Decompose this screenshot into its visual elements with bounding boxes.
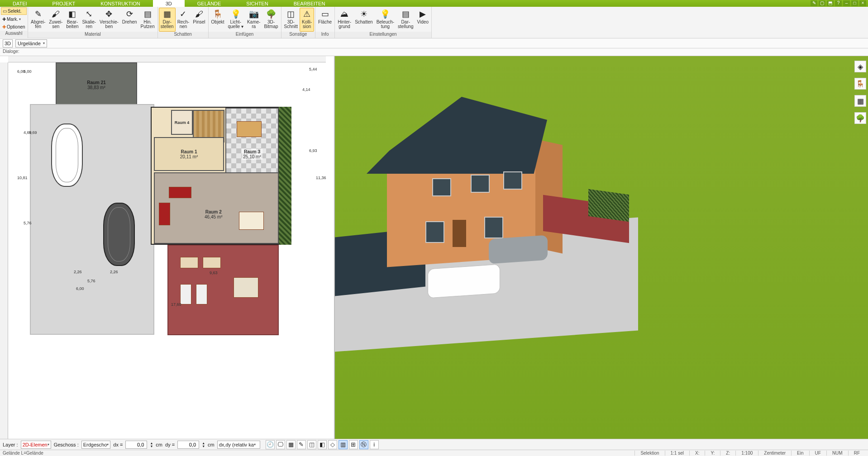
ribbon-pinsel[interactable]: 🖌Pinsel (191, 8, 207, 32)
ribbon-drehen[interactable]: ⟳Drehen (120, 8, 139, 32)
layer-select[interactable]: 2D-Elemen ▾ (21, 441, 51, 449)
ribbon-darstellen[interactable]: ▦Dar- stellen (159, 8, 176, 32)
2d-view-pane[interactable]: Raum 21 38,83 m² Raum 4 Raum 1 20,11 m² … (0, 56, 335, 439)
materials-icon[interactable]: ▦ (854, 95, 866, 107)
ribbon-hinputzen[interactable]: ▤Hin. Putzen (139, 8, 157, 32)
ribbon-group-schatten: ▦Dar- stellen✓Rech- nen🖌PinselSchatten (158, 7, 209, 38)
control-icon-8[interactable]: ⊞ (349, 440, 358, 449)
plants-icon[interactable]: 🌳 (854, 112, 866, 124)
group-title: Schatten (158, 32, 208, 38)
dx-label: dx = (113, 442, 123, 447)
view-mode-box[interactable]: 3D (3, 39, 13, 48)
ruler-left (0, 62, 8, 439)
status-unit: Zentimeter (758, 451, 791, 456)
control-icon-4[interactable]: ◫ (307, 440, 316, 449)
driveway-area (30, 104, 154, 335)
tool-icon[interactable]: ⬒ (827, 0, 834, 6)
car-white-3d (428, 264, 500, 298)
ribbon-3d-schnitt[interactable]: ◫3D- Schnitt (282, 8, 300, 32)
mark-button[interactable]: ✚Mark.▾ (1, 15, 27, 23)
darstellen-label: Dar- stellen (161, 20, 174, 29)
ribbon-hintergrund[interactable]: ⛰Hinter- grund (336, 8, 353, 32)
ribbon-kollision[interactable]: ⚠Kolli- sion (300, 8, 314, 32)
tab-projekt[interactable]: PROJEKT (40, 0, 88, 7)
tab-datei[interactable]: DATEI (0, 0, 40, 7)
status-left: Gelände L=Gelände (3, 451, 43, 456)
control-icon-10[interactable]: i (370, 440, 379, 449)
tab-sichten[interactable]: SICHTEN (234, 0, 281, 7)
dx-input[interactable] (125, 441, 147, 449)
ribbon-flaeche[interactable]: ▭Fläche (316, 8, 334, 32)
help-icon[interactable]: ? (835, 0, 842, 6)
maximize-icon[interactable]: □ (851, 0, 858, 6)
group-title: Einfügen (209, 32, 281, 38)
control-icon-1[interactable]: 🖵 (276, 440, 285, 449)
ribbon-3d-bitmap[interactable]: 🌳3D- Bitmap (262, 8, 280, 32)
dimension: 5,76 (24, 221, 32, 225)
tool-icon[interactable]: ▢ (819, 0, 825, 6)
optionen-button[interactable]: ✚Optionen (1, 23, 27, 31)
skalieren-label: Skalie- ren (82, 20, 96, 29)
selekt-button[interactable]: ▭Selekt. (1, 7, 27, 15)
dimension: 10,81 (17, 176, 28, 180)
window (432, 178, 451, 196)
close-icon[interactable]: × (859, 0, 866, 6)
ribbon-verschieben[interactable]: ✥Verschie- ben (98, 8, 120, 32)
control-icon-6[interactable]: ◇ (328, 440, 337, 449)
lounger (180, 257, 198, 268)
geschoss-select[interactable]: Erdgescho ▾ (81, 441, 111, 449)
control-icon-9[interactable]: Ⓝ (359, 440, 368, 449)
minimize-icon[interactable]: – (843, 0, 850, 6)
control-icon-2[interactable]: ▦ (286, 440, 296, 449)
ribbon-bearbeiten[interactable]: ◧Bear- beiten (64, 8, 80, 32)
flaeche-icon: ▭ (320, 9, 330, 19)
dimension: 11,36 (316, 176, 326, 180)
ribbon-video[interactable]: ▶Video (415, 8, 430, 32)
outdoor-sofa (234, 277, 258, 298)
rechnen-label: Rech- nen (177, 20, 190, 29)
ribbon-kamera[interactable]: 📷Kame- ra (245, 8, 262, 32)
kollision-icon: ⚠ (301, 9, 312, 19)
coord-mode-select[interactable]: dx,dy (relativ ka▾ (217, 441, 260, 449)
dimension: 9,63 (210, 271, 218, 275)
ribbon-group-einfügen: 🪑Objekt💡Licht- quelle ▾📷Kame- ra🌳3D- Bit… (209, 7, 281, 38)
ribbon-group-info: ▭FlächeInfo (315, 7, 335, 38)
hinputzen-label: Hin. Putzen (141, 20, 155, 29)
terrain-select[interactable]: Urgelände▾ (15, 39, 47, 48)
layers-icon[interactable]: ◈ (854, 61, 866, 72)
selekt-label: Selekt. (8, 9, 22, 14)
ribbon-schatten-set[interactable]: ☀Schatten (353, 8, 374, 32)
furniture-icon[interactable]: 🪑 (854, 78, 866, 90)
dy-label: dy = (165, 442, 175, 447)
abgreifen-icon: ✎ (33, 9, 43, 19)
shrubs (588, 189, 629, 222)
ribbon-zuweisen[interactable]: 🖌Zuwei- sen (47, 8, 64, 32)
ribbon-darstellung[interactable]: ▤Dar- stellung (396, 8, 415, 32)
geschoss-label: Geschoss : (54, 442, 79, 447)
ribbon-lichtquelle[interactable]: 💡Licht- quelle ▾ (226, 8, 245, 32)
tab-3d[interactable]: 3D (153, 0, 185, 7)
3d-view-pane[interactable]: ◈ 🪑 ▦ 🌳 (335, 56, 868, 439)
tab-gelaende[interactable]: GELÄNDE (185, 0, 234, 7)
control-icon-0[interactable]: 🕘 (266, 440, 275, 449)
ribbon-objekt[interactable]: 🪑Objekt (210, 8, 226, 32)
ribbon-rechnen[interactable]: ✓Rech- nen (176, 8, 191, 32)
hintergrund-icon: ⛰ (339, 9, 350, 19)
control-icon-3[interactable]: ✎ (297, 440, 306, 449)
room-1: Raum 1 20,11 m² (154, 137, 224, 171)
verschieben-icon: ✥ (104, 9, 114, 19)
tab-bearbeiten[interactable]: BEARBEITEN (281, 0, 338, 7)
control-icon-5[interactable]: ◧ (318, 440, 327, 449)
tab-konstruktion[interactable]: KONSTRUKTION (88, 0, 153, 7)
dy-input[interactable] (177, 441, 199, 449)
dimension: 6,00 (76, 286, 84, 291)
floorplan-canvas[interactable]: Raum 21 38,83 m² Raum 4 Raum 1 20,11 m² … (8, 62, 326, 439)
ribbon-beleuchtung[interactable]: 💡Beleuch- tung (375, 8, 396, 32)
status-z: Z: (720, 451, 735, 456)
ribbon-skalieren[interactable]: ⤡Skalie- ren (81, 8, 98, 32)
darstellen-icon: ▦ (162, 9, 172, 19)
darstellung-icon: ▤ (400, 9, 411, 19)
ribbon-abgreifen[interactable]: ✎Abgrei- fen (29, 8, 47, 32)
control-icon-7[interactable]: ▥ (339, 440, 348, 449)
tool-icon[interactable]: ✎ (811, 0, 817, 6)
